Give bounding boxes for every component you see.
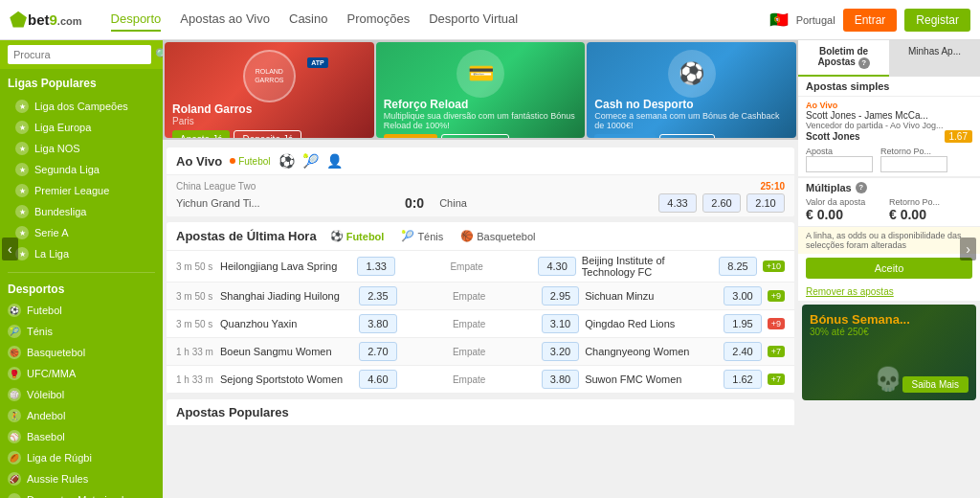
bet-slip: Boletim de Apostas ? Minhas Ap... Aposta…: [798, 40, 980, 301]
odd-team1-btn[interactable]: 3.80: [359, 314, 396, 333]
filter-futebol[interactable]: ⚽ Futebol: [324, 228, 390, 244]
sidebar-item-bundesliga[interactable]: ★ Bundesliga: [8, 201, 155, 222]
sidebar-item-ufc[interactable]: 🥊 UFC/MMA: [0, 363, 163, 384]
volleyball-icon: 🏐: [8, 388, 21, 401]
tab-label: Minhas Ap...: [908, 46, 961, 57]
odd-draw-btn[interactable]: 3.80: [542, 370, 579, 389]
last-minute-section: Apostas de Última Hora ⚽ Futebol 🎾 Ténis…: [167, 222, 794, 394]
sidebar-item-tenis[interactable]: 🎾 Ténis: [0, 321, 163, 342]
sidebar-item-liga-campeoes[interactable]: ★ Liga dos Campeões: [8, 96, 155, 117]
person-filter-icon[interactable]: 👤: [326, 153, 343, 169]
banner-deposite-btn[interactable]: Deposite: [659, 134, 714, 138]
portugal-flag: 🇵🇹: [769, 11, 789, 29]
filter-label: Basquetebol: [477, 231, 535, 242]
sidebar-item-liga-nos[interactable]: ★ Liga NOS: [8, 138, 155, 159]
sidebar-item-andebol[interactable]: 🤾 Andebol: [0, 405, 163, 426]
sidebar-item-serie-a[interactable]: ★ Serie A: [8, 222, 155, 243]
tab-boletim[interactable]: Boletim de Apostas ?: [798, 40, 889, 77]
more-odds-badge[interactable]: +10: [763, 260, 785, 272]
nav-desporto[interactable]: Desporto: [111, 8, 162, 32]
sidebar-item-aussie[interactable]: 🏈 Aussie Rules: [0, 468, 163, 489]
odd-team1-btn[interactable]: 2.35: [359, 286, 396, 306]
banner-info: Reforço Reload Multiplique sua diversão …: [384, 98, 578, 138]
more-odds-badge[interactable]: +7: [768, 346, 785, 357]
info-icon[interactable]: ?: [858, 57, 870, 69]
saiba-mais-button[interactable]: Saiba Mais: [902, 376, 969, 393]
rugby-icon: 🏉: [8, 451, 21, 464]
odd-team1-btn[interactable]: 2.70: [359, 342, 396, 361]
live-match-row: Yichun Grand Ti... 0:0 China 4.33 2.60 2…: [176, 193, 785, 213]
more-odds-badge[interactable]: +9: [768, 290, 785, 302]
roland-garros-logo: ROLANDGARROS: [243, 50, 296, 102]
sidebar-item-basquetebol[interactable]: 🏀 Basquetebol: [0, 342, 163, 363]
banner-mais-info-btn[interactable]: Mais Info: [384, 134, 438, 138]
sidebar-item-voleibol[interactable]: 🏐 Vóleibol: [0, 384, 163, 405]
match-team1: Shanghai Jiading Huilong: [220, 290, 353, 302]
aceito-button[interactable]: Aceito: [806, 258, 972, 279]
odd-team2-btn[interactable]: 1.95: [724, 314, 761, 333]
tab-minhas[interactable]: Minhas Ap...: [889, 40, 980, 77]
matches-list: 3 m 50 s Heilongjiang Lava Spring 1.33 E…: [167, 251, 794, 394]
registar-button[interactable]: Registar: [904, 9, 970, 32]
entrar-button[interactable]: Entrar: [843, 9, 898, 32]
odd-btn-1[interactable]: 4.33: [658, 193, 697, 213]
more-odds-badge[interactable]: +9: [768, 318, 785, 329]
banner-cash[interactable]: ⚽ Cash no Desporto Comece a semana com u…: [587, 42, 796, 138]
odd-draw-btn[interactable]: 4.30: [538, 257, 575, 276]
nav-promocoes[interactable]: Promoções: [346, 8, 410, 32]
ufc-icon: 🥊: [8, 367, 21, 380]
sidebar-item-rugby[interactable]: 🏉 Liga de Rúgbi: [0, 447, 163, 468]
sidebar-item-futebol[interactable]: ⚽ Futebol: [0, 300, 163, 321]
odd-team2-btn[interactable]: 2.40: [724, 342, 761, 361]
banners-section: ‹ ROLANDGARROS Roland Garros Paris: [163, 40, 798, 140]
sidebar-item-liga-europa[interactable]: ★ Liga Europa: [8, 117, 155, 138]
nav-apostas-vivo[interactable]: Apostas ao Vivo: [180, 8, 270, 32]
search-input[interactable]: [8, 45, 151, 64]
draw-label: Empate: [401, 261, 532, 272]
trophy-icon: ★: [15, 142, 29, 155]
soccer-filter-icon[interactable]: ⚽: [278, 153, 295, 169]
bet-slip-subtitle: Apostas simples: [798, 77, 980, 97]
trophy-icon: ★: [15, 100, 29, 113]
odd-team2-btn[interactable]: 3.00: [724, 286, 761, 306]
banner-aposte-btn[interactable]: Aposte Já: [172, 130, 230, 138]
odd-draw-btn[interactable]: 3.20: [542, 342, 579, 361]
bonus-footer: 💀 Saiba Mais: [810, 366, 969, 393]
sidebar-item-motor[interactable]: 🏎 Desportos Motorizados: [0, 489, 163, 498]
odd-draw-btn[interactable]: 2.95: [542, 286, 579, 306]
sidebar-item-basebol[interactable]: ⚾ Basebol: [0, 426, 163, 447]
odd-team2-btn[interactable]: 1.62: [724, 370, 761, 389]
more-odds-badge[interactable]: +7: [768, 374, 785, 385]
banner-reforco[interactable]: 💳 Reforço Reload Multiplique sua diversã…: [376, 42, 586, 138]
banner-roland-garros[interactable]: ROLANDGARROS Roland Garros Paris Aposte …: [165, 42, 374, 138]
sidebar-item-premier-league[interactable]: ★ Premier League: [8, 180, 155, 201]
search-icon[interactable]: 🔍: [155, 48, 163, 61]
odd-team2-btn[interactable]: 8.25: [719, 257, 756, 276]
aposta-input[interactable]: [806, 156, 873, 172]
nav-casino[interactable]: Casino: [289, 8, 327, 32]
match-team1: Heilongjiang Lava Spring: [220, 260, 351, 272]
odd-team1-btn[interactable]: 1.33: [357, 257, 394, 276]
banner-info: Cash no Desporto Comece a semana com um …: [594, 98, 789, 138]
sidebar-item-la-liga[interactable]: ★ La Liga: [8, 243, 155, 264]
sidebar-item-segunda-liga[interactable]: ★ Segunda Liga: [8, 159, 155, 180]
valor-label: Valor da aposta: [806, 197, 889, 207]
tennis-icon: 🎾: [401, 230, 414, 242]
remove-bets-link[interactable]: Remover as apostas: [798, 283, 980, 301]
banner-deposite-btn[interactable]: Deposite Já: [441, 134, 509, 138]
filter-tenis[interactable]: 🎾 Ténis: [395, 228, 449, 244]
filter-basquetebol[interactable]: 🏀 Basquetebol: [455, 228, 541, 244]
banner-informe-btn[interactable]: Informe-se: [594, 134, 656, 138]
odd-team1-btn[interactable]: 4.60: [359, 370, 396, 389]
nav-desporto-virtual[interactable]: Desporto Virtual: [429, 8, 518, 32]
tennis-filter-icon[interactable]: 🎾: [302, 153, 319, 169]
atp-logo: ATP: [307, 57, 327, 68]
banner-deposite-btn[interactable]: Deposite Já: [234, 130, 301, 138]
sidebar-item-label: Liga Europa: [34, 122, 91, 133]
odd-draw-btn[interactable]: 3.10: [542, 314, 579, 333]
retorno-input[interactable]: [880, 156, 947, 172]
odd-btn-2[interactable]: 2.60: [702, 193, 741, 213]
live-title: Ao Vivo: [176, 154, 222, 169]
info-icon[interactable]: ?: [856, 182, 867, 193]
odd-btn-3[interactable]: 2.10: [746, 193, 785, 213]
